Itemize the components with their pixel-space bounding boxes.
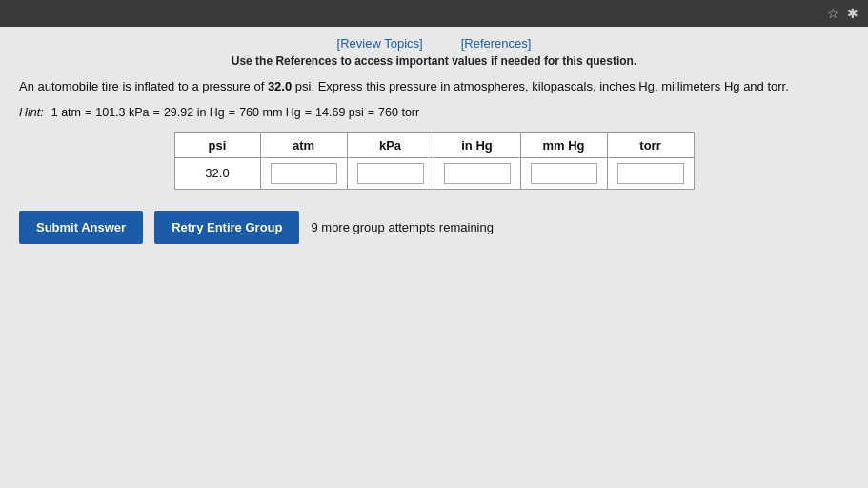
hint-kpa: 101.3 kPa	[95, 106, 149, 119]
question-part2: psi. Express this pressure in atmosphere…	[292, 79, 789, 93]
question-pressure: 32.0	[268, 79, 292, 93]
inhg-cell[interactable]	[434, 157, 520, 189]
hint-psi: 14.69 psi	[315, 106, 364, 119]
torr-cell[interactable]	[607, 157, 694, 189]
bottom-row: Submit Answer Retry Entire Group 9 more …	[19, 211, 849, 244]
question-text: An automobile tire is inflated to a pres…	[19, 77, 849, 96]
review-topics-link[interactable]: [Review Topics]	[337, 36, 423, 51]
star-icon[interactable]: ☆	[827, 6, 839, 21]
hint-1atm: 1 atm	[51, 106, 81, 119]
col-header-mmhg: mm Hg	[520, 132, 607, 157]
reference-note: Use the References to access important v…	[19, 54, 849, 68]
retry-group-button[interactable]: Retry Entire Group	[154, 211, 299, 244]
table-data-row: 32.0	[174, 157, 694, 189]
kpa-cell[interactable]	[347, 157, 434, 189]
mmhg-cell[interactable]	[520, 157, 607, 189]
hint-inhg: 29.92 in Hg	[164, 106, 225, 119]
inhg-input[interactable]	[444, 163, 511, 184]
mmhg-input[interactable]	[531, 163, 597, 184]
top-bar-icons: ☆ ✱	[827, 6, 858, 21]
psi-value-cell: 32.0	[174, 157, 260, 189]
col-header-psi: psi	[174, 132, 260, 157]
attempts-label: more group attempts remaining	[321, 220, 494, 234]
col-header-kpa: kPa	[347, 132, 434, 157]
hint-label: Hint:	[19, 106, 44, 119]
links-row: [Review Topics] [References]	[19, 36, 849, 51]
kpa-input[interactable]	[357, 163, 424, 184]
col-header-atm: atm	[260, 132, 347, 157]
main-content: [Review Topics] [References] Use the Ref…	[0, 27, 868, 488]
hint-torr: 760 torr	[378, 106, 419, 119]
menu-icon[interactable]: ✱	[847, 6, 858, 21]
col-header-torr: torr	[607, 132, 694, 157]
col-header-inhg: in Hg	[434, 132, 520, 157]
atm-cell[interactable]	[260, 157, 347, 189]
top-bar: ☆ ✱	[0, 0, 868, 27]
torr-input[interactable]	[617, 163, 684, 184]
attempts-remaining-text: 9 more group attempts remaining	[311, 220, 494, 234]
pressure-table: psi atm kPa in Hg mm Hg torr 32.0	[174, 132, 695, 190]
submit-answer-button[interactable]: Submit Answer	[19, 211, 143, 244]
hint-line: Hint: 1 atm = 101.3 kPa = 29.92 in Hg = …	[19, 106, 849, 119]
attempts-count: 9	[311, 220, 317, 234]
table-header-row: psi atm kPa in Hg mm Hg torr	[174, 132, 694, 157]
table-container: psi atm kPa in Hg mm Hg torr 32.0	[19, 132, 849, 190]
hint-mmhg: 760 mm Hg	[239, 106, 301, 119]
references-link[interactable]: [References]	[461, 36, 532, 51]
atm-input[interactable]	[271, 163, 337, 184]
question-part1: An automobile tire is inflated to a pres…	[19, 79, 268, 93]
psi-value: 32.0	[205, 166, 229, 180]
